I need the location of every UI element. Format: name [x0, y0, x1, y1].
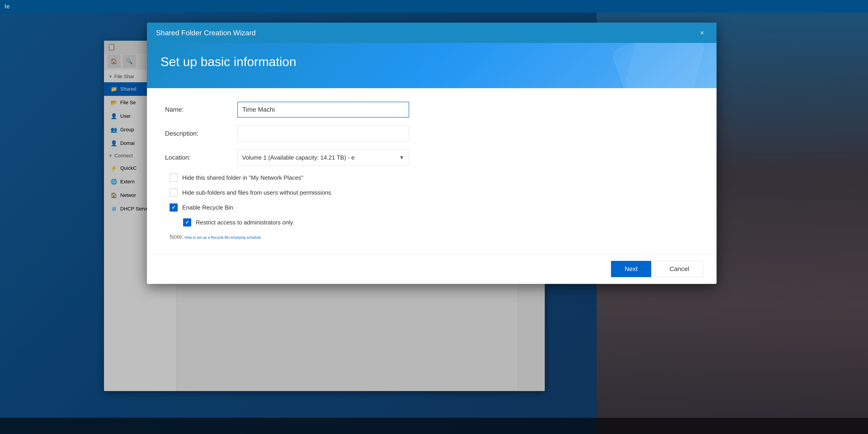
description-label: Description: [165, 130, 237, 137]
next-button[interactable]: Next [611, 261, 651, 277]
taskbar [0, 418, 868, 434]
dialog-body: Name: Description: Location: Volume 1 (A… [147, 88, 717, 254]
dialog-titlebar: Shared Folder Creation Wizard × [147, 23, 717, 43]
location-label: Location: [165, 154, 237, 161]
restrict-admin-row: Restrict access to administrators only [165, 218, 699, 226]
note-row: Note: How to set up a Recycle Bin emptyi… [165, 233, 699, 240]
hide-network-checkbox[interactable] [169, 174, 178, 182]
restrict-admin-checkbox[interactable] [183, 218, 191, 226]
select-arrow-icon: ▼ [399, 154, 404, 161]
location-select[interactable]: Volume 1 (Available capacity: 14.21 TB) … [237, 150, 409, 165]
enable-recycle-checkbox[interactable] [169, 204, 178, 212]
dialog-header: Set up basic information [147, 43, 717, 88]
cancel-button[interactable]: Cancel [656, 261, 703, 277]
name-row: Name: [165, 102, 699, 118]
hide-network-row: Hide this shared folder in "My Network P… [165, 174, 699, 182]
location-value: Volume 1 (Available capacity: 14.21 TB) … [242, 154, 355, 161]
dialog-footer: Next Cancel [147, 254, 717, 284]
description-input[interactable] [237, 126, 409, 142]
hide-subfolders-row: Hide sub-folders and files from users wi… [165, 188, 699, 197]
hide-subfolders-checkbox[interactable] [169, 188, 178, 197]
enable-recycle-row: Enable Recycle Bin [165, 204, 699, 212]
restrict-admin-label: Restrict access to administrators only [196, 219, 293, 226]
hide-network-label: Hide this shared folder in "My Network P… [182, 174, 303, 181]
location-row: Location: Volume 1 (Available capacity: … [165, 150, 699, 165]
hide-subfolders-label: Hide sub-folders and files from users wi… [182, 189, 331, 196]
description-row: Description: [165, 126, 699, 142]
dialog-close-button[interactable]: × [697, 27, 708, 38]
creation-wizard-dialog: Shared Folder Creation Wizard × Set up b… [147, 23, 717, 284]
name-input[interactable] [237, 102, 409, 118]
note-prefix: Note: [169, 233, 184, 240]
dialog-header-title: Set up basic information [160, 54, 703, 69]
note-link[interactable]: How to set up a Recycle Bin emptying sch… [185, 236, 261, 239]
dialog-title: Shared Folder Creation Wizard [156, 29, 256, 37]
enable-recycle-label: Enable Recycle Bin [182, 204, 233, 211]
name-label: Name: [165, 106, 237, 113]
